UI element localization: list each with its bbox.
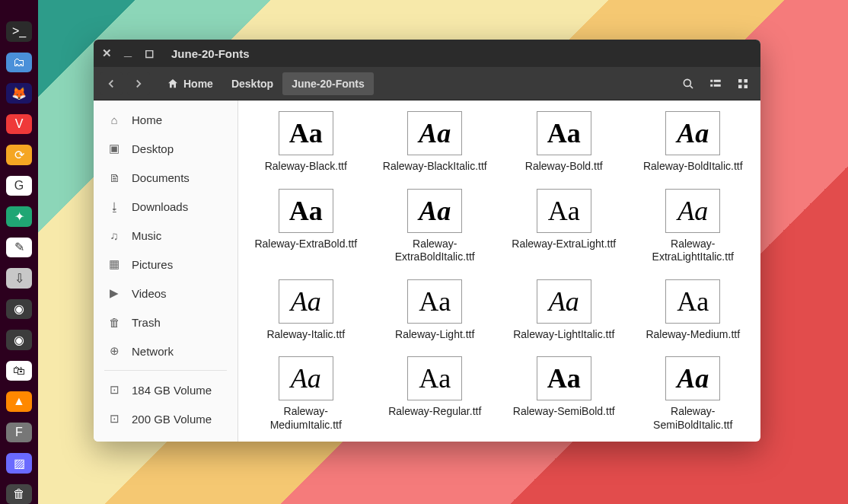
font-thumbnail: Aa: [537, 111, 591, 155]
sidebar-200-gb-volume[interactable]: ⊡200 GB Volume: [94, 404, 238, 433]
font-preview-glyphs: Aa: [289, 120, 323, 147]
file-item[interactable]: AaRaleway-Bold.ttf: [501, 108, 627, 177]
dock-archive[interactable]: ⇩: [6, 268, 32, 289]
font-thumbnail: Aa: [407, 279, 462, 324]
file-item[interactable]: AaRaleway-Light.ttf: [372, 276, 499, 345]
downloads-icon: ⭳: [107, 200, 121, 213]
sidebar-desktop[interactable]: ▣Desktop: [94, 134, 238, 163]
dock-trash[interactable]: 🗑: [6, 484, 32, 505]
dock-podcast-1[interactable]: ◉: [6, 299, 32, 320]
breadcrumb-june-20-fonts[interactable]: June-20-Fonts: [282, 72, 374, 95]
breadcrumb-desktop[interactable]: Desktop: [222, 72, 282, 95]
sidebar-downloads[interactable]: ⭳Downloads: [94, 192, 238, 221]
dock-screenshot[interactable]: ▨: [6, 453, 32, 474]
pictures-icon: ▦: [107, 257, 121, 271]
sidebar-videos[interactable]: ▶Videos: [94, 279, 238, 308]
home-icon: [167, 78, 179, 90]
breadcrumb: HomeDesktopJune-20-Fonts: [158, 72, 374, 95]
arrow-left-icon: [104, 77, 118, 91]
font-thumbnail: Aa: [279, 111, 333, 155]
dock-google[interactable]: G: [6, 176, 32, 196]
dock-vivaldi[interactable]: V: [6, 114, 32, 135]
file-item[interactable]: AaRaleway-SemiBold.ttf: [501, 353, 627, 435]
nav-back-button[interactable]: [100, 72, 123, 95]
dock-font-manager[interactable]: F: [6, 423, 32, 443]
breadcrumb-label: June-20-Fonts: [292, 78, 365, 90]
font-thumbnail: Aa: [665, 189, 720, 233]
file-name: Raleway-BlackItalic.ttf: [383, 160, 487, 174]
sidebar-item-label: Network: [132, 345, 174, 358]
font-preview-glyphs: Aa: [677, 365, 709, 392]
window-close-button[interactable]: ✕: [101, 48, 112, 59]
file-name: Raleway-ExtraLightItalic.ttf: [636, 238, 750, 264]
font-thumbnail: Aa: [407, 189, 462, 233]
font-thumbnail: Aa: [279, 279, 333, 324]
sidebar-item-label: Music: [132, 229, 161, 242]
file-item[interactable]: AaRaleway-ExtraLight.ttf: [501, 186, 627, 267]
file-item[interactable]: AaRaleway-Regular.ttf: [372, 353, 499, 435]
font-thumbnail: Aa: [665, 356, 720, 400]
view-grid-button[interactable]: [732, 72, 754, 95]
file-item[interactable]: AaRaleway-Black.ttf: [243, 108, 369, 177]
view-list-button[interactable]: [704, 72, 727, 95]
window-maximize-button[interactable]: ◻: [144, 48, 155, 59]
sidebar-network[interactable]: ⊕Network: [94, 337, 238, 365]
dock-sync[interactable]: ⟳: [6, 145, 32, 165]
dock-files[interactable]: 🗂: [6, 53, 32, 73]
dock-tweaks[interactable]: ✦: [6, 206, 32, 227]
file-item[interactable]: AaRaleway-BlackItalic.ttf: [372, 108, 499, 177]
window-minimize-button[interactable]: _: [123, 46, 133, 56]
dock-software[interactable]: 🛍: [6, 361, 32, 381]
file-item[interactable]: AaRaleway-ExtraLightItalic.ttf: [630, 186, 757, 267]
sidebar-184-gb-volume[interactable]: ⊡184 GB Volume: [94, 375, 238, 404]
file-item[interactable]: AaRaleway-MediumItalic.ttf: [243, 353, 369, 435]
font-preview-glyphs: Aa: [547, 365, 581, 392]
file-name: Raleway-Italic.ttf: [266, 328, 345, 342]
sidebar-home[interactable]: ⌂Home: [94, 105, 238, 134]
dock-terminal[interactable]: >_: [6, 21, 32, 42]
file-name: Raleway-Medium.ttf: [646, 328, 740, 342]
font-preview-glyphs: Aa: [291, 365, 321, 392]
file-item[interactable]: AaRaleway-BoldItalic.ttf: [630, 108, 757, 177]
search-button[interactable]: [677, 72, 700, 95]
font-thumbnail: Aa: [665, 279, 720, 324]
file-item[interactable]: AaRaleway-LightItalic.ttf: [501, 276, 627, 345]
sidebar-trash[interactable]: 🗑Trash: [94, 308, 238, 337]
sidebar-item-label: Desktop: [132, 142, 174, 155]
file-name: Raleway-MediumItalic.ttf: [249, 405, 363, 432]
dock-vlc[interactable]: ▲: [6, 391, 32, 412]
network-icon: ⊕: [107, 344, 121, 358]
file-item[interactable]: AaRaleway-Medium.ttf: [630, 276, 757, 345]
search-icon: [681, 77, 695, 91]
dock-notes[interactable]: ✎: [6, 238, 32, 258]
file-item[interactable]: AaRaleway-ExtraBoldItalic.ttf: [372, 186, 499, 267]
200-gb-volume-icon: ⊡: [107, 412, 121, 426]
file-view[interactable]: AaRaleway-Black.ttfAaRaleway-BlackItalic…: [238, 100, 760, 442]
window-titlebar[interactable]: ✕ _ ◻ June-20-Fonts: [94, 40, 760, 67]
file-name: Raleway-ExtraLight.ttf: [512, 238, 616, 251]
file-name: Raleway-Black.ttf: [265, 160, 347, 174]
font-preview-glyphs: Aa: [419, 288, 451, 315]
file-name: Raleway-Bold.ttf: [525, 160, 603, 174]
sidebar-pictures[interactable]: ▦Pictures: [94, 250, 238, 279]
sidebar-music[interactable]: ♫Music: [94, 221, 238, 250]
font-thumbnail: Aa: [279, 189, 333, 233]
dock-podcast-2[interactable]: ◉: [6, 330, 32, 350]
font-preview-glyphs: Aa: [549, 288, 579, 315]
184-gb-volume-icon: ⊡: [107, 383, 121, 397]
font-preview-glyphs: Aa: [289, 197, 323, 225]
home-icon: ⌂: [107, 113, 121, 126]
sidebar-item-label: Trash: [132, 316, 161, 329]
sidebar-documents[interactable]: 🗎Documents: [94, 163, 238, 192]
dock-firefox[interactable]: 🦊: [6, 83, 32, 104]
arrow-right-icon: [132, 77, 145, 91]
file-name: Raleway-SemiBold.ttf: [513, 405, 615, 419]
file-item[interactable]: AaRaleway-ExtraBold.ttf: [243, 186, 369, 267]
svg-rect-5: [738, 79, 742, 83]
file-item[interactable]: AaRaleway-SemiBoldItalic.ttf: [630, 353, 757, 435]
nav-forward-button[interactable]: [127, 72, 150, 95]
file-name: Raleway-ExtraBold.ttf: [254, 238, 357, 251]
breadcrumb-home[interactable]: Home: [158, 72, 222, 95]
file-item[interactable]: AaRaleway-Italic.ttf: [243, 276, 369, 345]
font-preview-glyphs: Aa: [291, 288, 321, 315]
